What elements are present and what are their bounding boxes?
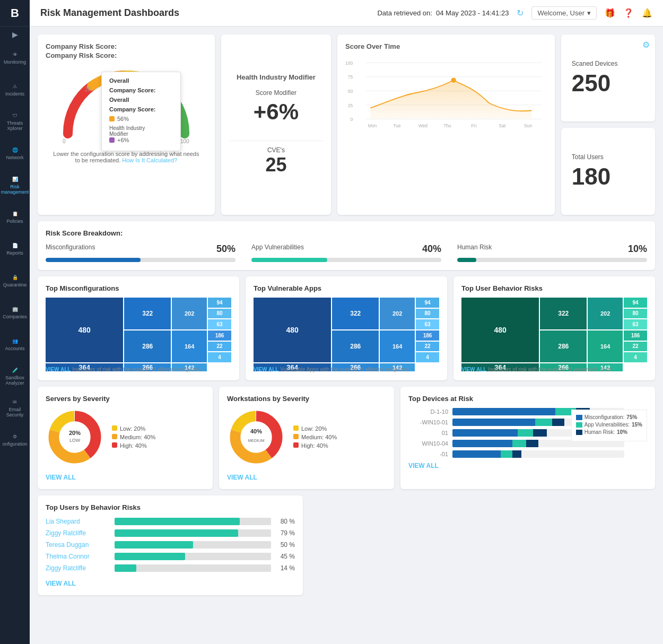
workstations-title: Workstations by Severity: [227, 395, 386, 403]
treemap-cell-202-misc: 202: [172, 298, 207, 329]
treemap-cell-22-misc: 22: [208, 342, 231, 352]
user-pct-4: 45 %: [276, 553, 295, 560]
modifier-card: Health Industry Modifier Score Modifier …: [221, 34, 331, 215]
sidebar-item-accounts[interactable]: 👥 Accounts: [0, 329, 30, 361]
devices-view-all[interactable]: VIEW ALL: [408, 462, 647, 469]
users-view-all[interactable]: VIEW ALL: [46, 580, 295, 587]
sandbox-icon: 🧪: [12, 368, 18, 373]
score-time-title: Score Over Time: [345, 42, 547, 50]
refresh-icon[interactable]: ↻: [517, 8, 524, 18]
sidebar-item-quarantine[interactable]: 🔒 Quarantine: [0, 265, 30, 297]
gauge-label-25: 25: [85, 86, 91, 92]
topbar: Risk Management Dashboards Data retrieve…: [30, 0, 663, 27]
modifier-value: +6%: [254, 99, 299, 125]
treemap-cell-322-misc: 322: [124, 298, 171, 329]
main-content: Risk Management Dashboards Data retrieve…: [30, 0, 663, 644]
sidebar-item-risk[interactable]: 📊 Riskmanagement: [0, 170, 30, 202]
user-row-5: Ziggy Ratcliffe 14 %: [46, 564, 295, 572]
sidebar-item-reports[interactable]: 📄 Reports: [0, 233, 30, 265]
device-row-5: -01: [408, 450, 647, 458]
total-users-value: 180: [572, 163, 644, 190]
svg-text:50: 50: [348, 89, 353, 94]
gift-icon[interactable]: 🎁: [605, 8, 615, 18]
data-retrieved-label: Data retrieved on: 04 May 2023 - 14:41:2…: [377, 9, 509, 17]
sidebar-item-email[interactable]: ✉ EmailSecurity: [0, 393, 30, 424]
scanned-devices-value: 250: [572, 70, 644, 97]
user-name-2[interactable]: Ziggy Ratcliffe: [46, 529, 109, 537]
settings-icon[interactable]: ⚙: [642, 40, 650, 50]
medium-dot: [112, 434, 117, 439]
total-users-label: Total Users: [572, 153, 644, 161]
user-pct-5: 14 %: [276, 564, 295, 572]
misconfigurations-bar: [46, 258, 235, 262]
incidents-icon: ⚠: [13, 84, 17, 89]
workstations-donut: 40% MEDIUM: [227, 408, 285, 468]
threats-icon: 🛡: [13, 113, 18, 118]
sidebar-toggle[interactable]: ▶: [0, 27, 30, 42]
score-over-time-card: Score Over Time 100 75 50 25 0: [337, 34, 555, 215]
workstations-donut-row: 40% MEDIUM Low: 20% Medium: 40% High: 40…: [227, 408, 386, 468]
modifier-subtitle: Score Modifier: [256, 89, 296, 97]
user-dropdown[interactable]: Welcome, User ▾: [531, 6, 597, 20]
svg-text:Sat: Sat: [499, 123, 506, 128]
svg-text:Sun: Sun: [524, 123, 532, 128]
sidebar: B ▶ 👁 Monitoring ⚠ Incidents 🛡 ThreatsXp…: [0, 0, 30, 644]
treemap-cell-186-misc: 186: [208, 330, 231, 341]
risk-icon: 📊: [12, 177, 18, 182]
user-name-3[interactable]: Teresa Duggan: [46, 541, 109, 549]
sidebar-item-incidents[interactable]: ⚠ Incidents: [0, 74, 30, 106]
total-users-card: Total Users 180: [561, 128, 655, 215]
high-dot: [112, 442, 117, 448]
servers-view-all[interactable]: VIEW ALL: [46, 474, 205, 481]
user-row-4: Thelma Connor 45 %: [46, 553, 295, 560]
users-title: Top Users by Behavior Risks: [46, 503, 295, 511]
svg-point-24: [242, 423, 271, 451]
risk-score-label1: Company Risk Score:: [46, 42, 207, 50]
app-logo[interactable]: B: [0, 0, 30, 27]
servers-legend: Low: 20% Medium: 40% High: 40%: [112, 425, 155, 451]
sidebar-item-companies[interactable]: 🏢 Companies: [0, 297, 30, 329]
user-pct-2: 79 %: [276, 529, 295, 537]
user-name-1[interactable]: Lia Shepard: [46, 518, 109, 525]
device-bar-5: [452, 450, 624, 458]
sidebar-item-network[interactable]: 🌐 Network: [0, 138, 30, 170]
treemap-cell-94-misc: 94: [208, 298, 231, 308]
user-row-3: Teresa Duggan 50 %: [46, 541, 295, 549]
accounts-icon: 👥: [12, 338, 18, 344]
devices-title: Top Devices at Risk: [408, 395, 647, 403]
quarantine-icon: 🔒: [12, 275, 18, 280]
sidebar-item-config[interactable]: ⚙ onfiguration: [0, 424, 30, 456]
top-misconfigurations-card: Top Misconfigurations 480 322 202 94 80 …: [38, 276, 239, 380]
user-behavior-view-all[interactable]: VIEW ALL: [461, 367, 486, 372]
devices-legend: Misconfiguration: 75% App Vulnerabilitie…: [571, 410, 647, 441]
app-vuln-bar: [251, 258, 441, 262]
svg-text:Wed: Wed: [418, 123, 428, 128]
sidebar-item-threats[interactable]: 🛡 ThreatsXplorer: [0, 106, 30, 138]
breakdown-human-risk: Human Risk 10%: [457, 243, 647, 262]
user-name-4[interactable]: Thelma Connor: [46, 553, 109, 560]
tooltip-pct: 56%: [117, 116, 129, 122]
risk-tooltip: Overall Company Score: Overall Company S…: [101, 72, 181, 151]
treemap-cell-80-misc: 80: [208, 309, 231, 319]
svg-text:100: 100: [345, 60, 353, 66]
device-name-4: WIN10-04: [408, 440, 448, 447]
bell-icon[interactable]: 🔔: [642, 8, 652, 18]
servers-donut-value: 20%: [69, 430, 81, 436]
servers-donut-row: 20% LOW Low: 20% Medium: 40% High: 40%: [46, 408, 205, 468]
servers-donut: 20% LOW: [46, 408, 104, 468]
misconfigurations-view-all[interactable]: VIEW ALL: [46, 367, 71, 372]
device-name-2: -WIN10-01: [408, 419, 448, 425]
email-icon: ✉: [13, 399, 17, 405]
vulnerable-apps-view-all[interactable]: VIEW ALL: [254, 367, 278, 372]
user-bar-2: [115, 529, 271, 537]
cves-label: CVE's: [267, 146, 285, 154]
how-calculated-link[interactable]: How Is It Calculated?: [122, 157, 177, 163]
sidebar-item-policies[interactable]: 📋 Policies: [0, 202, 30, 233]
sidebar-item-sandbox[interactable]: 🧪 SandboxAnalyzer: [0, 361, 30, 393]
user-name-5[interactable]: Ziggy Ratcliffe: [46, 564, 109, 572]
sidebar-item-monitoring[interactable]: 👁 Monitoring: [0, 42, 30, 74]
misconfigurations-treemap: 480 322 202 94 80 63 286 164 186 22 4: [46, 298, 231, 362]
user-row-1: Lia Shepard 80 %: [46, 518, 295, 525]
workstations-view-all[interactable]: VIEW ALL: [227, 474, 386, 481]
help-icon[interactable]: ❓: [623, 8, 634, 18]
